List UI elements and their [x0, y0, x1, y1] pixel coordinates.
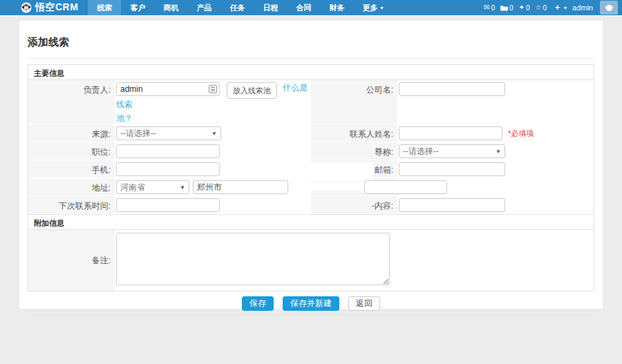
address-value-cell: 河南省 ▼ 郑州市 [115, 178, 311, 196]
nav-item-products[interactable]: 产品 [187, 0, 220, 15]
nav-item-contracts[interactable]: 合同 [287, 0, 320, 15]
lead-form: 主要信息 负责人: 放入线索池什么是线索 池？ 公司名: 来源: [28, 64, 594, 291]
next-content-value-cell [397, 196, 594, 214]
nav-item-schedule[interactable]: 日程 [254, 0, 287, 15]
source-value-cell: --请选择-- ▼ [115, 124, 311, 142]
form-row-owner-company: 负责人: 放入线索池什么是线索 池？ 公司名: [28, 80, 594, 124]
nav-status-area: ✉ 0 0 ✦ 0 ☆ 0 + ▾ admin [484, 1, 618, 15]
folder-count: 0 [509, 4, 513, 12]
overlay-patch [228, 164, 316, 180]
mail-counter[interactable]: ✉ 0 [484, 4, 495, 12]
caret-down-icon[interactable]: ▾ [564, 5, 567, 11]
form-row-next-contact: 下次联系时间: -内容: [28, 196, 594, 214]
save-and-new-button[interactable]: 保存并新建 [283, 296, 339, 311]
plus-icon[interactable]: + [555, 3, 560, 12]
page-title: 添加线索 [19, 21, 603, 58]
user-avatar[interactable] [600, 1, 618, 15]
company-label: 公司名: [311, 80, 397, 124]
put-into-pool-button[interactable]: 放入线索池 [227, 82, 277, 99]
mail-count: 0 [491, 4, 495, 12]
bottom-divider [28, 315, 594, 316]
salutation-value-cell: --请选择-- ▼ [397, 142, 594, 160]
content-card: 添加线索 主要信息 负责人: 放入线索池什么是线索 池？ 公司名: [19, 21, 603, 309]
username[interactable]: admin [572, 3, 593, 12]
company-input[interactable] [399, 82, 505, 96]
brand-name: 悟空CRM [35, 1, 78, 14]
diamond-icon: ✦ [519, 4, 525, 11]
nav-item-opportunities[interactable]: 商机 [154, 0, 187, 15]
form-row-remark: 备注: [28, 230, 594, 291]
next-time-label: 下次联系时间: [28, 196, 115, 214]
owner-value-cell: 放入线索池什么是线索 池？ [115, 80, 311, 124]
folder-icon [500, 5, 508, 11]
diamond-counter[interactable]: ✦ 0 [519, 4, 530, 12]
required-note: *必填项 [508, 129, 534, 137]
form-row-position-salutation: 职位: 尊称: --请选择-- ▼ [28, 142, 594, 160]
contact-name-input[interactable] [399, 126, 502, 140]
email-input[interactable] [399, 162, 505, 176]
nav-item-finance[interactable]: 财务 [320, 0, 353, 15]
back-button[interactable]: 返回 [348, 296, 380, 311]
mobile-input[interactable] [116, 162, 220, 176]
contact-name-label: 联系人姓名: [311, 124, 397, 142]
form-row-source-contact: 来源: --请选择-- ▼ 联系人姓名: *必填项 [28, 124, 594, 142]
position-value-cell [115, 142, 311, 160]
brand-logo[interactable]: 悟空CRM [21, 1, 78, 14]
select-caret-icon: ▼ [211, 131, 217, 137]
salutation-select[interactable]: --请选择-- ▼ [399, 144, 505, 158]
mobile-label: 手机: [28, 160, 115, 178]
star-count: 0 [543, 4, 547, 12]
email-value-cell [397, 160, 594, 178]
contact-name-value-cell: *必填项 [397, 124, 594, 142]
star-counter[interactable]: ☆ 0 [535, 4, 547, 12]
owner-input[interactable] [116, 82, 220, 96]
star-icon: ☆ [535, 4, 541, 11]
source-select[interactable]: --请选择-- ▼ [116, 126, 221, 140]
section-main-info: 主要信息 [28, 65, 594, 80]
contact-picker-icon[interactable] [209, 85, 217, 93]
select-caret-icon: ▼ [180, 184, 185, 191]
diamond-count: 0 [526, 4, 530, 12]
nav-item-customers[interactable]: 客户 [121, 0, 154, 15]
next-time-value-cell [115, 196, 311, 214]
position-input[interactable] [116, 144, 220, 158]
next-time-input[interactable] [116, 198, 220, 212]
remark-value-cell [115, 230, 390, 291]
what-is-pool-link-wrap[interactable]: 池？ [116, 113, 133, 124]
source-label: 来源: [28, 124, 115, 142]
address-detail-value-cell [397, 178, 594, 196]
owner-label: 负责人: [28, 80, 115, 124]
section-extra-info: 附加信息 [28, 214, 594, 230]
nav-item-tasks[interactable]: 任务 [220, 0, 254, 15]
overlay-patch [312, 162, 373, 181]
nav-item-leads[interactable]: 线索 [88, 0, 121, 15]
remark-textarea[interactable] [116, 233, 390, 285]
city-select[interactable]: 郑州市 [193, 180, 288, 194]
address-label: 地址: [28, 178, 115, 196]
province-select[interactable]: 河南省 ▼ [116, 180, 189, 194]
next-content-label: -内容: [311, 196, 397, 214]
title-divider [28, 58, 594, 59]
main-menu: 线索 客户 商机 产品 任务 日程 合同 财务 更多 ▾ [88, 0, 392, 15]
folder-counter[interactable]: 0 [500, 4, 513, 12]
monkey-logo-icon [21, 2, 32, 13]
next-content-input[interactable] [399, 198, 505, 212]
caret-down-icon: ▾ [380, 5, 383, 11]
remark-label: 备注: [28, 230, 115, 291]
save-button[interactable]: 保存 [242, 296, 274, 311]
top-nav: 悟空CRM 线索 客户 商机 产品 任务 日程 合同 财务 更多 ▾ ✉ 0 0… [0, 0, 622, 15]
form-actions: 保存 保存并新建 返回 [19, 291, 603, 315]
company-value-cell [397, 80, 594, 124]
monkey-avatar-icon [604, 3, 614, 13]
address-detail-input[interactable] [364, 180, 447, 194]
salutation-label: 尊称: [311, 142, 397, 160]
position-label: 职位: [28, 142, 115, 160]
select-caret-icon: ▼ [496, 149, 501, 155]
nav-item-more[interactable]: 更多 ▾ [353, 0, 392, 15]
mail-icon: ✉ [484, 4, 489, 11]
